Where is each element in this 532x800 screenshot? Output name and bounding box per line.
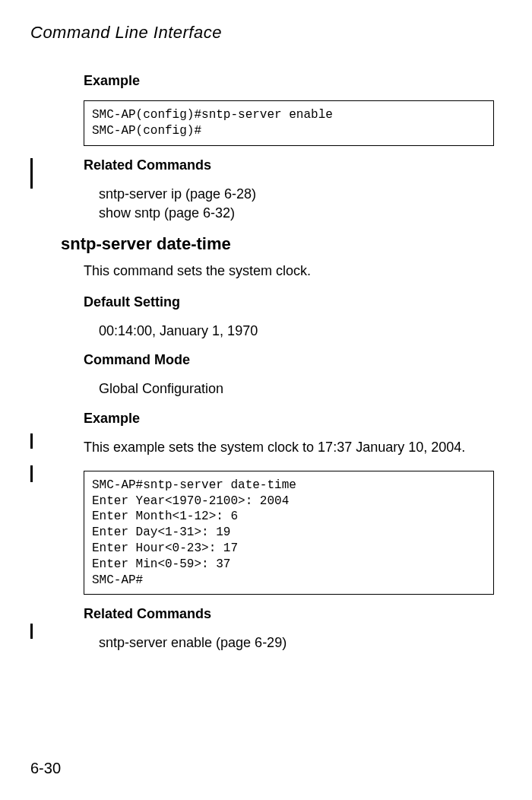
content-area: Example SMC-AP(config)#sntp-server enabl… — [84, 73, 494, 652]
default-setting-value: 00:14:00, January 1, 1970 — [99, 322, 494, 341]
related-command-item: sntp-server enable (page 6-29) — [99, 633, 494, 652]
command-mode-label: Command Mode — [84, 352, 494, 368]
page-header: Command Line Interface — [30, 23, 494, 43]
change-bar — [30, 433, 33, 449]
code-block-1: SMC-AP(config)#sntp-server enable SMC-AP… — [84, 100, 494, 146]
change-bar — [30, 158, 33, 189]
command-heading: sntp-server date-time — [61, 234, 494, 254]
command-mode-value: Global Configuration — [99, 379, 494, 398]
related-commands-list-1: sntp-server ip (page 6-28) show sntp (pa… — [99, 185, 494, 223]
change-bar — [30, 465, 33, 482]
default-setting-label: Default Setting — [84, 294, 494, 310]
related-commands-list-2: sntp-server enable (page 6-29) — [99, 633, 494, 652]
related-command-item: show sntp (page 6-32) — [99, 204, 494, 223]
related-commands-label-1: Related Commands — [84, 157, 494, 173]
example-intro: This example sets the system clock to 17… — [84, 438, 494, 457]
example-label-1: Example — [84, 73, 494, 89]
command-description: This command sets the system clock. — [84, 262, 494, 281]
change-bar — [30, 624, 33, 639]
code-block-2: SMC-AP#sntp-server date-time Enter Year<… — [84, 471, 494, 595]
page-number: 6-30 — [30, 760, 61, 777]
related-command-item: sntp-server ip (page 6-28) — [99, 185, 494, 204]
example-label-2: Example — [84, 411, 494, 427]
related-commands-label-2: Related Commands — [84, 606, 494, 622]
